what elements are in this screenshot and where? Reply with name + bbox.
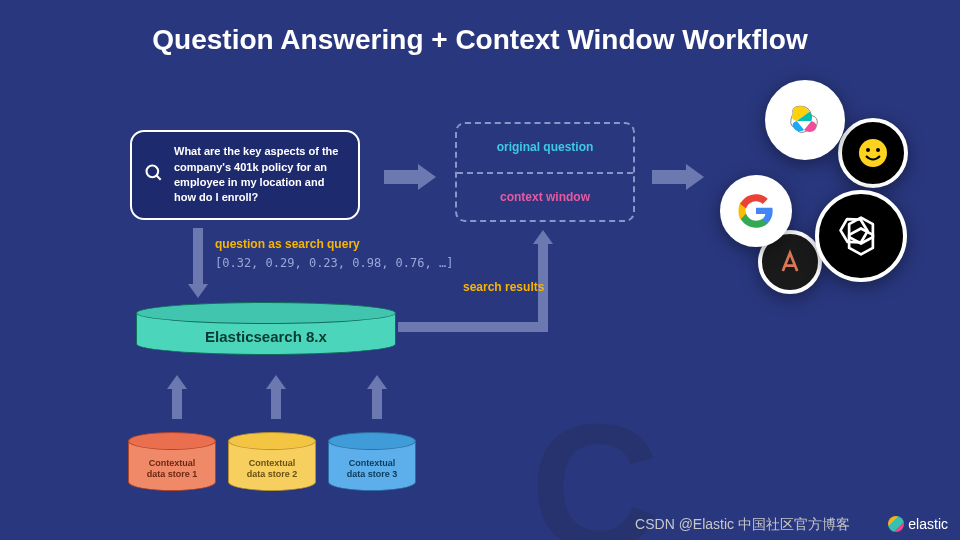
elastic-footer-logo: elastic [888, 516, 948, 532]
context-original-question-label: original question [457, 140, 633, 154]
data-store-2: Contextualdata store 2 [228, 432, 316, 492]
data-store-3: Contextualdata store 3 [328, 432, 416, 492]
es-label: Elasticsearch 8.x [205, 328, 327, 345]
svg-point-2 [859, 139, 887, 167]
arrow-question-to-context [384, 164, 436, 190]
svg-line-1 [157, 176, 161, 180]
svg-point-4 [876, 148, 880, 152]
page-title: Question Answering + Context Window Work… [0, 0, 960, 56]
google-icon [720, 175, 792, 247]
openai-icon [815, 190, 907, 282]
elastic-footer-text: elastic [908, 516, 948, 532]
search-icon [144, 163, 164, 187]
elastic-dot-icon [888, 516, 904, 532]
question-text: What are the key aspects of the company'… [174, 144, 346, 206]
arrow-context-to-llm [652, 164, 704, 190]
query-label: question as search query [215, 237, 360, 251]
llm-icons-cluster [720, 80, 930, 300]
huggingface-icon [838, 118, 908, 188]
arrow-question-to-es [188, 228, 208, 298]
question-box: What are the key aspects of the company'… [130, 130, 360, 220]
svg-point-3 [866, 148, 870, 152]
arrow-ds1-to-es [167, 375, 187, 419]
elastic-icon [765, 80, 845, 160]
search-results-label: search results [463, 280, 544, 294]
ds2-label: Contextualdata store 2 [247, 458, 298, 480]
context-window-label: context window [457, 190, 633, 204]
ds1-label: Contextualdata store 1 [147, 458, 198, 480]
svg-point-0 [147, 166, 159, 178]
query-vector: [0.32, 0.29, 0.23, 0.98, 0.76, …] [215, 256, 453, 270]
arrow-ds2-to-es [266, 375, 286, 419]
context-window-box: original question context window [455, 122, 635, 222]
data-store-1: Contextualdata store 1 [128, 432, 216, 492]
arrow-es-to-context [398, 220, 548, 332]
elasticsearch-cylinder: Elasticsearch 8.x [136, 302, 396, 356]
ds3-label: Contextualdata store 3 [347, 458, 398, 480]
arrow-ds3-to-es [367, 375, 387, 419]
attribution-text: CSDN @Elastic 中国社区官方博客 [635, 516, 850, 534]
